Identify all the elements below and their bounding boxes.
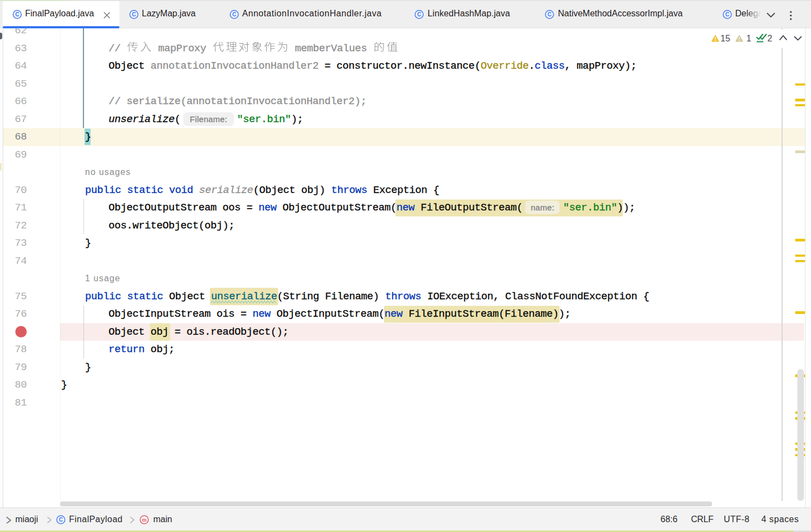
svg-text:C: C (417, 11, 421, 17)
svg-text:m: m (142, 517, 146, 523)
svg-text:C: C (15, 11, 19, 17)
svg-text:C: C (232, 11, 236, 17)
svg-text:C: C (132, 11, 136, 17)
svg-text:C: C (548, 11, 551, 17)
svg-text:C: C (725, 11, 729, 17)
svg-text:C: C (59, 517, 63, 523)
